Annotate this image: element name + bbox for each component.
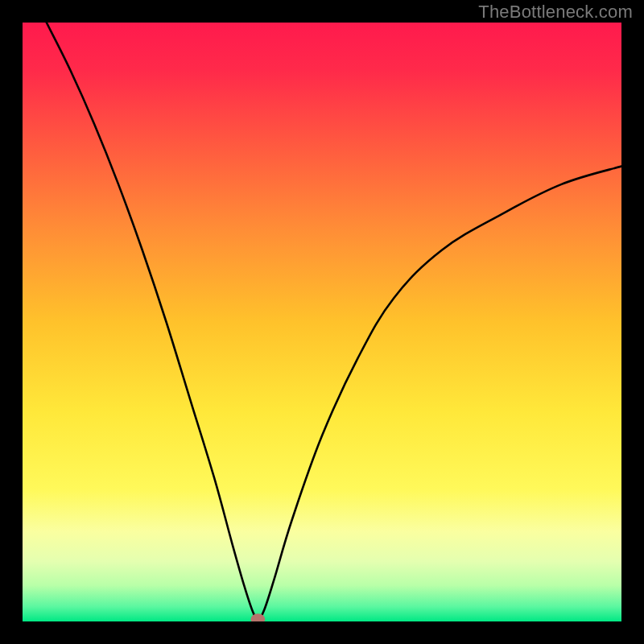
chart-frame: TheBottleneck.com bbox=[0, 0, 644, 644]
gradient-background bbox=[23, 23, 621, 621]
watermark-text: TheBottleneck.com bbox=[478, 2, 633, 23]
plot-svg bbox=[23, 23, 621, 621]
plot-area bbox=[23, 23, 621, 621]
